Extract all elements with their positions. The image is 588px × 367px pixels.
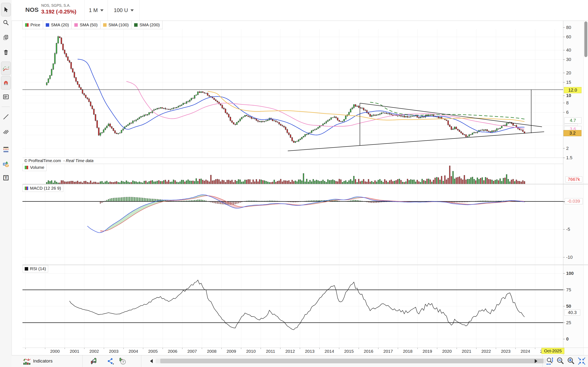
- year-label: 2003: [105, 349, 122, 354]
- year-label: 2014: [321, 349, 337, 354]
- year-label: 2023: [498, 349, 514, 354]
- volume-swatch-icon: [25, 166, 28, 169]
- year-label: 2010: [243, 349, 259, 354]
- last-price-marker: 3.2: [563, 130, 581, 136]
- year-label: 2011: [262, 349, 279, 354]
- axis-tick-label: 25: [566, 320, 571, 325]
- macd-label-text: MACD (12 26 9): [30, 186, 61, 191]
- zoom-in-icon: [567, 357, 575, 365]
- vertical-scrollbar-thumb[interactable]: [584, 21, 587, 57]
- legend-item-sma-50[interactable]: SMA (50): [71, 21, 100, 29]
- date-marker: Oct-2025: [541, 348, 564, 354]
- year-label: 2008: [204, 349, 220, 354]
- axis-tick-label: 50: [566, 303, 571, 309]
- axis-tick-label: -10: [566, 254, 573, 260]
- macd-swatch-icon: [25, 187, 28, 190]
- year-label: 2013: [302, 349, 318, 354]
- legend-swatch-icon: [25, 23, 29, 27]
- year-label: 2009: [223, 349, 240, 354]
- legend-swatch-icon: [134, 23, 138, 27]
- axis-tick-label: 0: [566, 336, 569, 342]
- drawn-trend-line[interactable]: [360, 103, 542, 127]
- axis-tick-label: 6: [566, 109, 569, 115]
- legend-item-sma-20[interactable]: SMA (20): [43, 21, 72, 29]
- macd-value-marker: -0.039: [565, 198, 583, 204]
- hline-price-marker: 12.0: [564, 87, 581, 93]
- backtest-wrench-icon: [90, 358, 98, 365]
- year-label: 2024: [517, 349, 534, 354]
- axis-tick-label: 8: [566, 100, 569, 106]
- year-label: 2002: [86, 349, 102, 354]
- prorealtime-app: { "header": { "symbol": "NOS", "company"…: [0, 0, 588, 367]
- zoom-in-button[interactable]: [567, 357, 575, 365]
- year-label: 2007: [184, 349, 200, 354]
- year-label: 2000: [47, 349, 63, 354]
- axis-tick-label: 100: [566, 271, 574, 276]
- zoom-x-axis-button[interactable]: [545, 357, 554, 365]
- zoom-out-button[interactable]: [556, 357, 565, 365]
- year-label: 2021: [458, 349, 475, 354]
- legend-item-sma-100[interactable]: SMA (100): [100, 21, 131, 29]
- indicators-button[interactable]: Indicators: [23, 356, 52, 366]
- backtest-button[interactable]: [90, 358, 98, 365]
- watermark: © ProRealTime.com - Real Time data: [22, 158, 563, 164]
- year-label: 2018: [399, 349, 416, 354]
- year-label: 2006: [164, 349, 181, 354]
- legend-swatch-icon: [74, 23, 78, 27]
- axis-tick-label: 2: [566, 146, 569, 151]
- svg-text:?: ?: [122, 360, 124, 364]
- sma100-value-marker-partial: [564, 124, 578, 125]
- rsi-pane[interactable]: [22, 265, 563, 348]
- scroll-left-icon[interactable]: [150, 359, 153, 363]
- macd-pane[interactable]: [22, 184, 563, 264]
- toolbar-section-divider: [82, 355, 83, 367]
- rsi-value-marker: 40.3: [564, 309, 580, 316]
- scroll-right-icon[interactable]: [535, 359, 537, 363]
- chart-canvas[interactable]: [0, 0, 588, 367]
- overlay-sma50[interactable]: [126, 81, 525, 129]
- volume-pane-separator: [22, 184, 588, 184]
- axis-tick-label: 20: [566, 70, 571, 76]
- bottom-toolbar: Indicators ?: [12, 355, 588, 367]
- axis-tick-label: 15: [566, 80, 571, 85]
- volume-pane-label[interactable]: Volume: [22, 164, 47, 171]
- axis-tick-label: 30: [566, 57, 571, 62]
- year-label: 2015: [341, 349, 357, 354]
- overlay-sma200[interactable]: [370, 102, 525, 119]
- year-label: 2016: [360, 349, 377, 354]
- axis-tick-label: 1.5: [566, 155, 572, 161]
- axis-tick-label: 60: [566, 34, 571, 40]
- macd-pane-label[interactable]: MACD (12 26 9): [22, 184, 63, 192]
- time-axis[interactable]: 2025 Oct-2025 20002001200220032004200520…: [0, 348, 588, 355]
- rsi-pane-label[interactable]: RSI (14): [22, 265, 48, 272]
- legend-item-label: Price: [30, 22, 40, 27]
- share-button[interactable]: [107, 358, 114, 365]
- watermark-brand: © ProRealTime.com: [24, 158, 61, 163]
- volume-label-text: Volume: [30, 165, 44, 170]
- price-pane[interactable]: [22, 27, 563, 158]
- watermark-note: - Real Time data: [63, 158, 94, 163]
- legend-swatch-icon: [103, 23, 107, 27]
- sma200-value-marker: 4.7: [564, 117, 581, 124]
- axis-tick-label: 75: [566, 287, 571, 293]
- legend-item-sma-200[interactable]: SMA (200): [131, 21, 163, 29]
- drawn-trend-line[interactable]: [288, 132, 544, 151]
- legend-item-price[interactable]: Price: [22, 21, 43, 29]
- macd-pane-separator: [22, 265, 588, 265]
- fit-screen-button[interactable]: [577, 357, 586, 365]
- year-label: 2001: [66, 349, 83, 354]
- legend-item-label: SMA (100): [108, 22, 129, 27]
- year-label: 2019: [419, 349, 435, 354]
- zoom-out-icon: [556, 357, 565, 365]
- overlay-sma100[interactable]: [208, 92, 525, 122]
- help-button[interactable]: ?: [119, 358, 126, 365]
- year-label: 2012: [282, 349, 298, 354]
- horizontal-scrollbar-thumb[interactable]: [160, 359, 544, 363]
- legend-item-label: SMA (50): [80, 22, 98, 27]
- year-label: 2017: [380, 349, 396, 354]
- volume-pane[interactable]: [26, 164, 555, 184]
- year-label: 2005: [145, 349, 161, 354]
- year-label: 2004: [125, 349, 141, 354]
- overlay-sma20[interactable]: [78, 59, 525, 135]
- axis-tick-label: -5: [566, 226, 570, 232]
